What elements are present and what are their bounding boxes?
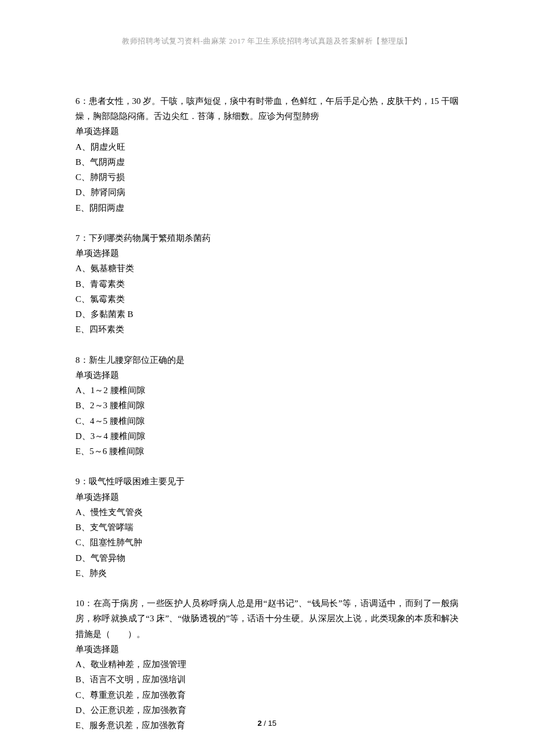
option-d: D、3～4 腰椎间隙: [75, 429, 459, 444]
option-e: E、肺炎: [75, 566, 459, 581]
question-text: 吸气性呼吸困难主要见于: [89, 477, 185, 486]
option-b: B、青霉素类: [75, 276, 459, 291]
option-e: E、四环素类: [75, 322, 459, 337]
question-type: 单项选择题: [75, 642, 459, 657]
question-text: 下列哪类药物属于繁殖期杀菌药: [89, 233, 211, 243]
question-number: 8：: [75, 355, 89, 365]
option-d: D、肺肾同病: [75, 185, 459, 200]
option-a: A、阴虚火旺: [75, 139, 459, 154]
option-d: D、公正意识差，应加强教育: [75, 703, 459, 718]
document-page: 教师招聘考试复习资料-曲麻莱 2017 年卫生系统招聘考试真题及答案解析【整理版…: [0, 0, 534, 756]
question-stem: 6：患者女性，30 岁。干咳，咳声短促，痰中有时带血，色鲜红，午后手足心热，皮肤…: [75, 93, 459, 124]
question-block: 6：患者女性，30 岁。干咳，咳声短促，痰中有时带血，色鲜红，午后手足心热，皮肤…: [75, 93, 459, 215]
option-b: B、语言不文明，应加强培训: [75, 672, 459, 687]
options-list: A、阴虚火旺 B、气阴两虚 C、肺阴亏损 D、肺肾同病 E、阴阳两虚: [75, 139, 459, 215]
option-b: B、气阴两虚: [75, 154, 459, 170]
question-block: 9：吸气性呼吸困难主要见于 单项选择题 A、慢性支气管炎 B、支气管哮喘 C、阻…: [75, 474, 459, 581]
question-stem: 7：下列哪类药物属于繁殖期杀菌药: [75, 231, 459, 246]
question-text: 新生儿腰穿部位正确的是: [89, 355, 185, 365]
option-a: A、氨基糖苷类: [75, 261, 459, 276]
option-d: D、多黏菌素 B: [75, 307, 459, 322]
option-c: C、肺阴亏损: [75, 170, 459, 185]
question-number: 10：: [75, 599, 93, 608]
option-c: C、氯霉素类: [75, 291, 459, 307]
question-type: 单项选择题: [75, 368, 459, 383]
question-stem: 9：吸气性呼吸困难主要见于: [75, 474, 459, 489]
page-footer: 2 / 15: [0, 717, 534, 730]
question-text: 患者女性，30 岁。干咳，咳声短促，痰中有时带血，色鲜红，午后手足心热，皮肤干灼…: [75, 96, 459, 121]
option-e: E、5～6 腰椎间隙: [75, 444, 459, 459]
question-number: 9：: [75, 477, 89, 486]
question-stem: 8：新生儿腰穿部位正确的是: [75, 352, 459, 368]
options-list: A、慢性支气管炎 B、支气管哮喘 C、阻塞性肺气肿 D、气管异物 E、肺炎: [75, 505, 459, 581]
option-a: A、敬业精神差，应加强管理: [75, 657, 459, 672]
option-b: B、2～3 腰椎间隙: [75, 398, 459, 413]
question-type: 单项选择题: [75, 124, 459, 139]
options-list: A、1～2 腰椎间隙 B、2～3 腰椎间隙 C、4～5 腰椎间隙 D、3～4 腰…: [75, 383, 459, 459]
page-number-total: 15: [268, 719, 276, 728]
option-a: A、慢性支气管炎: [75, 505, 459, 520]
question-number: 7：: [75, 233, 89, 243]
page-number-sep: /: [262, 719, 268, 728]
option-c: C、阻塞性肺气肿: [75, 535, 459, 550]
option-b: B、支气管哮喘: [75, 520, 459, 535]
option-c: C、尊重意识差，应加强教育: [75, 687, 459, 703]
question-text: 在高于病房，一些医护人员称呼病人总是用“赵书记”、“钱局长”等，语调适中，而到了…: [75, 599, 459, 639]
options-list: A、氨基糖苷类 B、青霉素类 C、氯霉素类 D、多黏菌素 B E、四环素类: [75, 261, 459, 337]
question-type: 单项选择题: [75, 246, 459, 261]
question-number: 6：: [75, 96, 89, 106]
question-block: 10：在高于病房，一些医护人员称呼病人总是用“赵书记”、“钱局长”等，语调适中，…: [75, 596, 459, 733]
question-type: 单项选择题: [75, 489, 459, 505]
question-block: 7：下列哪类药物属于繁殖期杀菌药 单项选择题 A、氨基糖苷类 B、青霉素类 C、…: [75, 231, 459, 337]
option-a: A、1～2 腰椎间隙: [75, 383, 459, 398]
question-stem: 10：在高于病房，一些医护人员称呼病人总是用“赵书记”、“钱局长”等，语调适中，…: [75, 596, 459, 642]
page-header: 教师招聘考试复习资料-曲麻莱 2017 年卫生系统招聘考试真题及答案解析【整理版…: [75, 35, 459, 48]
question-block: 8：新生儿腰穿部位正确的是 单项选择题 A、1～2 腰椎间隙 B、2～3 腰椎间…: [75, 352, 459, 459]
option-c: C、4～5 腰椎间隙: [75, 413, 459, 429]
option-d: D、气管异物: [75, 550, 459, 566]
page-number-current: 2: [258, 719, 262, 728]
option-e: E、阴阳两虚: [75, 200, 459, 215]
